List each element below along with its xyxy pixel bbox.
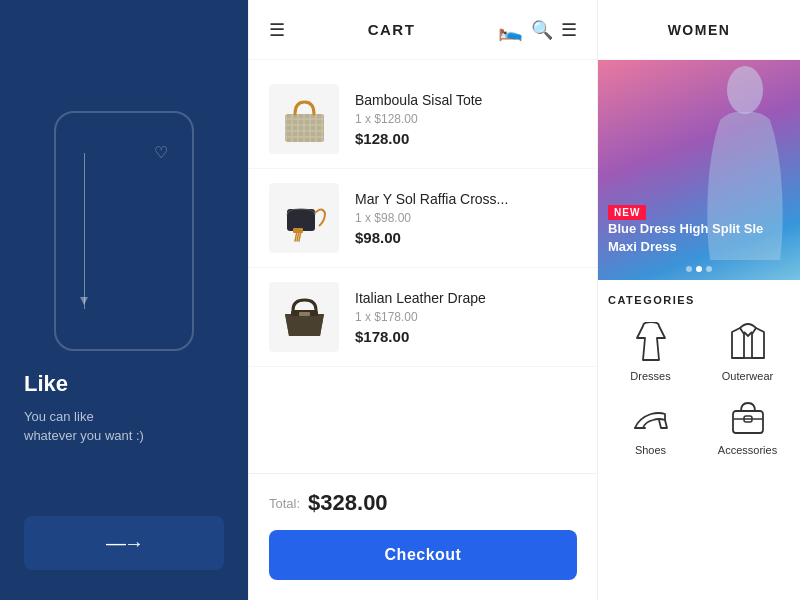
item-image-tote bbox=[269, 84, 339, 154]
cart-panel: ☰ CART 🛌 🔍 ☰ bbox=[248, 0, 598, 600]
item-details-leather: Italian Leather Drape 1 x $178.00 $178.0… bbox=[355, 290, 577, 345]
women-title: WOMEN bbox=[668, 22, 731, 38]
right-header: WOMEN bbox=[598, 0, 800, 60]
category-item-dresses[interactable]: Dresses bbox=[608, 320, 693, 382]
banner-new-badge: NEW bbox=[608, 205, 646, 220]
left-panel: ♡ Like You can likewhatever you want :) … bbox=[0, 0, 248, 600]
categories-title: CATEGORIES bbox=[608, 294, 790, 306]
menu2-icon[interactable]: ☰ bbox=[561, 19, 577, 41]
table-row: Bamboula Sisal Tote 1 x $128.00 $128.00 bbox=[249, 70, 597, 169]
total-amount: $328.00 bbox=[308, 490, 388, 516]
item-name: Bamboula Sisal Tote bbox=[355, 92, 577, 108]
dot-1 bbox=[686, 266, 692, 272]
item-name: Mar Y Sol Raffia Cross... bbox=[355, 191, 577, 207]
dot-2[interactable] bbox=[696, 266, 702, 272]
cart-footer: Total: $328.00 Checkout bbox=[249, 473, 597, 600]
categories-section: CATEGORIES Dresses bbox=[598, 280, 800, 600]
item-image-leather bbox=[269, 282, 339, 352]
like-desc: You can likewhatever you want :) bbox=[24, 407, 224, 446]
phone-illustration: ♡ bbox=[54, 111, 194, 351]
cart-header: ☰ CART 🛌 🔍 ☰ bbox=[249, 0, 597, 60]
table-row: Mar Y Sol Raffia Cross... 1 x $98.00 $98… bbox=[249, 169, 597, 268]
item-qty-price: 1 x $98.00 bbox=[355, 211, 577, 225]
cart-title: CART bbox=[285, 21, 498, 38]
svg-rect-8 bbox=[299, 312, 310, 316]
like-section: Like You can likewhatever you want :) bbox=[24, 371, 224, 446]
item-image-crossbody bbox=[269, 183, 339, 253]
bag-icon bbox=[726, 394, 770, 438]
dress-icon bbox=[629, 320, 673, 364]
item-price: $98.00 bbox=[355, 229, 577, 246]
total-label: Total: bbox=[269, 496, 300, 511]
jacket-icon bbox=[726, 320, 770, 364]
category-label-accessories: Accessories bbox=[718, 444, 777, 456]
arrow-right-icon: —→ bbox=[106, 532, 142, 555]
dot-3 bbox=[706, 266, 712, 272]
banner-dots bbox=[686, 266, 712, 272]
cart-items-list: Bamboula Sisal Tote 1 x $128.00 $128.00 bbox=[249, 60, 597, 473]
like-title: Like bbox=[24, 371, 224, 397]
category-label-dresses: Dresses bbox=[630, 370, 670, 382]
menu-icon[interactable]: ☰ bbox=[269, 19, 285, 41]
category-label-shoes: Shoes bbox=[635, 444, 666, 456]
heart-icon: ♡ bbox=[154, 143, 176, 163]
item-details-tote: Bamboula Sisal Tote 1 x $128.00 $128.00 bbox=[355, 92, 577, 147]
product-banner[interactable]: NEW Blue Dress High Split SleMaxi Dress bbox=[598, 60, 800, 280]
search-icon[interactable]: 🔍 bbox=[531, 19, 553, 41]
table-row: Italian Leather Drape 1 x $178.00 $178.0… bbox=[249, 268, 597, 367]
svg-rect-6 bbox=[293, 228, 303, 233]
checkout-button[interactable]: Checkout bbox=[269, 530, 577, 580]
category-label-outerwear: Outerwear bbox=[722, 370, 773, 382]
bag-icon[interactable]: 🛌 bbox=[498, 18, 523, 42]
svg-point-9 bbox=[727, 66, 763, 114]
item-qty-price: 1 x $178.00 bbox=[355, 310, 577, 324]
item-price: $128.00 bbox=[355, 130, 577, 147]
right-panel: WOMEN NEW Blue Dress High Split SleMaxi … bbox=[598, 0, 800, 600]
svg-rect-5 bbox=[287, 209, 315, 231]
category-item-shoes[interactable]: Shoes bbox=[608, 394, 693, 456]
item-details-crossbody: Mar Y Sol Raffia Cross... 1 x $98.00 $98… bbox=[355, 191, 577, 246]
categories-grid: Dresses Outerwear bbox=[608, 320, 790, 456]
item-price: $178.00 bbox=[355, 328, 577, 345]
svg-rect-1 bbox=[285, 114, 324, 142]
item-qty-price: 1 x $128.00 bbox=[355, 112, 577, 126]
item-name: Italian Leather Drape bbox=[355, 290, 577, 306]
arrow-line bbox=[84, 153, 85, 309]
category-item-outerwear[interactable]: Outerwear bbox=[705, 320, 790, 382]
banner-title: Blue Dress High Split SleMaxi Dress bbox=[608, 220, 763, 256]
heels-icon bbox=[629, 394, 673, 438]
total-row: Total: $328.00 bbox=[269, 490, 577, 516]
next-button[interactable]: —→ bbox=[24, 516, 224, 570]
category-item-accessories[interactable]: Accessories bbox=[705, 394, 790, 456]
